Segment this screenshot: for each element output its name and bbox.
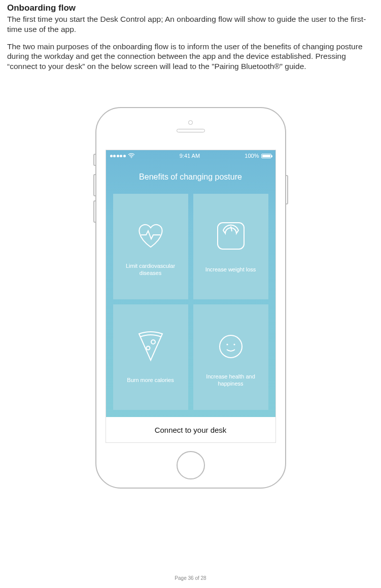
status-battery-pct: 100%: [245, 153, 259, 159]
tile-weight-loss[interactable]: Increase weight loss: [193, 194, 268, 299]
pizza-icon: [136, 327, 165, 366]
phone-volume-down: [93, 200, 95, 223]
phone-screen: 9:41 AM 100% Benefits of changing postur…: [106, 150, 276, 443]
tile-label: Increase health and happiness: [198, 373, 263, 388]
doc-paragraph-2: The two main purposes of the onboarding …: [7, 42, 374, 72]
tile-happiness[interactable]: Increase health and happiness: [193, 304, 268, 410]
wifi-icon: [128, 153, 135, 158]
svg-point-4: [146, 347, 150, 350]
tile-label: Limit cardiovascular diseases: [118, 263, 183, 277]
svg-line-2: [231, 226, 232, 231]
page-footer: Page 36 of 28: [0, 575, 381, 581]
tile-cardiovascular[interactable]: Limit cardiovascular diseases: [113, 194, 188, 299]
svg-point-5: [220, 335, 242, 358]
svg-point-7: [233, 344, 235, 345]
svg-point-6: [226, 344, 228, 345]
status-time: 9:41 AM: [180, 153, 200, 159]
phone-mute-switch: [93, 154, 95, 166]
benefit-tiles: Limit cardiovascular diseases Increase w…: [106, 194, 275, 417]
svg-point-0: [131, 157, 132, 158]
smiley-icon: [217, 327, 245, 366]
scale-icon: [215, 216, 247, 256]
tile-calories[interactable]: Burn more calories: [113, 304, 188, 410]
doc-paragraph-1: The first time you start the Desk Contro…: [7, 14, 374, 34]
connect-button[interactable]: Connect to your desk: [106, 417, 275, 442]
doc-heading: Onboarding flow: [7, 3, 374, 13]
svg-point-3: [151, 340, 155, 344]
phone-speaker: [177, 129, 205, 132]
phone-home-button: [177, 451, 205, 479]
signal-icon: [110, 155, 126, 157]
phone-power-button: [286, 175, 288, 204]
battery-icon: [261, 154, 271, 158]
heart-pulse-icon: [133, 216, 168, 256]
tile-label: Burn more calories: [127, 373, 174, 388]
phone-camera: [188, 120, 193, 125]
status-bar: 9:41 AM 100%: [106, 150, 275, 161]
screen-title: Benefits of changing posture: [106, 172, 275, 182]
phone-mockup: 9:41 AM 100% Benefits of changing postur…: [95, 107, 286, 489]
phone-volume-up: [93, 174, 95, 196]
tile-label: Increase weight loss: [205, 263, 256, 277]
